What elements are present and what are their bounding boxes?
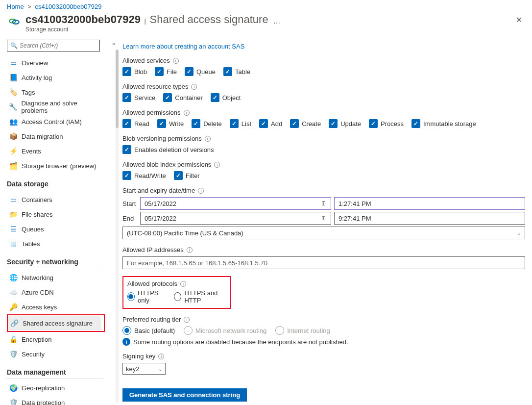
resource-icon — [7, 14, 22, 29]
info-icon[interactable]: i — [187, 247, 193, 253]
nav-access-control[interactable]: 👥Access Control (IAM) — [7, 114, 105, 129]
checkbox-checked-icon: ✓ — [122, 145, 131, 154]
info-icon[interactable]: i — [184, 317, 190, 323]
nav-file-shares[interactable]: 📁File shares — [7, 207, 105, 222]
info-icon[interactable]: i — [158, 354, 164, 359]
chk-file[interactable]: ✓File — [155, 67, 177, 76]
chk-process[interactable]: ✓Process — [369, 119, 404, 128]
info-icon[interactable]: i — [180, 281, 186, 287]
chk-table[interactable]: ✓Table — [223, 67, 250, 76]
learn-more-link[interactable]: Learn more about creating an account SAS — [122, 43, 244, 50]
protection-icon: 🛡️ — [9, 398, 18, 405]
checkbox-checked-icon: ✓ — [122, 171, 131, 180]
chk-write[interactable]: ✓Write — [157, 119, 184, 128]
chk-service[interactable]: ✓Service — [122, 93, 155, 102]
more-menu-icon[interactable]: ⋯ — [273, 19, 280, 27]
files-icon: 📁 — [9, 210, 18, 219]
chk-blob[interactable]: ✓Blob — [122, 67, 147, 76]
checkbox-checked-icon: ✓ — [329, 119, 338, 128]
signing-key-select[interactable]: key2⌄ — [122, 363, 166, 375]
start-date-input[interactable]: 05/17/2022🗓 — [140, 197, 331, 210]
breadcrumb-resource[interactable]: cs410032000beb07929 — [35, 3, 102, 10]
checkbox-checked-icon: ✓ — [163, 93, 172, 102]
table-icon: ▦ — [9, 239, 18, 248]
chk-add[interactable]: ✓Add — [259, 119, 282, 128]
radio-checked-icon — [127, 292, 135, 301]
nav-azure-cdn[interactable]: ☁️Azure CDN — [7, 285, 105, 300]
nav-encryption[interactable]: 🔒Encryption — [7, 332, 105, 347]
info-icon[interactable]: i — [173, 58, 179, 64]
breadcrumb-home[interactable]: Home — [7, 3, 24, 10]
chk-queue[interactable]: ✓Queue — [185, 67, 216, 76]
chk-delete[interactable]: ✓Delete — [192, 119, 222, 128]
nav-events[interactable]: ⚡Events — [7, 144, 105, 158]
nav-overview[interactable]: ▭Overview — [7, 55, 105, 70]
close-button[interactable]: ✕ — [513, 13, 525, 26]
nav-geo-replication[interactable]: 🌍Geo-replication — [7, 380, 105, 395]
nav-access-keys[interactable]: 🔑Access keys — [7, 300, 105, 314]
chk-filter[interactable]: ✓Filter — [174, 171, 200, 180]
checkbox-checked-icon: ✓ — [155, 67, 164, 76]
lock-icon: 🔒 — [9, 335, 18, 344]
chk-list[interactable]: ✓List — [230, 119, 251, 128]
start-label: Start — [122, 200, 140, 207]
end-time-input[interactable]: 9:27:41 PM — [334, 212, 525, 225]
section-data-storage: Data storage — [7, 180, 103, 190]
info-icon[interactable]: i — [184, 110, 190, 116]
resource-type-label: Storage account — [25, 26, 268, 33]
nav-data-protection[interactable]: 🛡️Data protection — [7, 395, 105, 405]
info-filled-icon: i — [122, 338, 130, 346]
nav-security[interactable]: 🛡️Security — [7, 347, 105, 361]
nav-networking[interactable]: 🌐Networking — [7, 270, 105, 285]
people-icon: 👥 — [9, 117, 18, 126]
section-security: Security + networking — [7, 258, 103, 268]
nav-tables[interactable]: ▦Tables — [7, 236, 105, 251]
nav-tags[interactable]: 🏷️Tags — [7, 85, 105, 100]
info-icon[interactable]: i — [205, 136, 211, 142]
chk-update[interactable]: ✓Update — [329, 119, 361, 128]
info-icon[interactable]: i — [198, 188, 204, 194]
main-content: Learn more about creating an account SAS… — [120, 38, 532, 405]
radio-disabled-icon — [184, 326, 193, 335]
info-icon[interactable]: i — [191, 84, 197, 90]
page-header: cs410032000beb07929 | Shared access sign… — [0, 11, 532, 38]
chk-create[interactable]: ✓Create — [290, 119, 321, 128]
checkbox-checked-icon: ✓ — [223, 67, 232, 76]
nav-data-migration[interactable]: 📦Data migration — [7, 129, 105, 144]
start-time-input[interactable]: 1:27:41 PM — [334, 197, 525, 210]
allowed-services-label: Allowed services — [122, 57, 170, 64]
generate-sas-button[interactable]: Generate SAS and connection string — [122, 388, 247, 402]
cloud-icon: ☁️ — [9, 288, 18, 297]
end-date-input[interactable]: 05/17/2022🗓 — [140, 212, 331, 225]
nav-shared-access-signature[interactable]: 🔗Shared access signature — [8, 316, 101, 330]
sas-icon: 🔗 — [10, 319, 19, 328]
nav-diagnose[interactable]: 🔧Diagnose and solve problems — [7, 100, 105, 114]
radio-basic[interactable]: Basic (default) — [122, 326, 175, 335]
chk-readwrite[interactable]: ✓Read/Write — [122, 171, 166, 180]
radio-unchecked-icon — [174, 292, 181, 301]
scrollbar-track[interactable] — [116, 50, 119, 403]
page-subtitle-section: Shared access signature — [150, 13, 268, 25]
nav-activity-log[interactable]: 📘Activity log — [7, 70, 105, 85]
nav-storage-browser[interactable]: 🗂️Storage browser (preview) — [7, 158, 105, 173]
chk-object[interactable]: ✓Object — [211, 93, 241, 102]
end-label: End — [122, 215, 140, 222]
search-input[interactable] — [20, 42, 97, 49]
chk-immutable[interactable]: ✓Immutable storage — [411, 119, 476, 128]
scrollbar-thumb[interactable] — [116, 50, 119, 128]
nav-containers[interactable]: ▭Containers — [7, 192, 105, 207]
sidebar-search[interactable]: 🔍 — [7, 40, 100, 51]
allowed-ip-label: Allowed IP addresses — [122, 246, 184, 253]
allowed-ip-input[interactable]: For example, 168.1.5.65 or 168.1.5.65-16… — [122, 256, 525, 269]
collapse-sidebar-icon[interactable]: « — [112, 41, 115, 405]
chk-read[interactable]: ✓Read — [122, 119, 149, 128]
radio-https-http[interactable]: HTTPS and HTTP — [174, 289, 226, 304]
chk-container[interactable]: ✓Container — [163, 93, 202, 102]
chk-delete-versions[interactable]: ✓Enables deletion of versions — [122, 145, 214, 154]
radio-https-only[interactable]: HTTPS only — [127, 289, 165, 304]
nav-queues[interactable]: ☰Queues — [7, 222, 105, 236]
datetime-label: Start and expiry date/time — [122, 187, 195, 194]
timezone-select[interactable]: (UTC-08:00) Pacific Time (US & Canada)⌄ — [122, 227, 525, 239]
checkbox-checked-icon: ✓ — [369, 119, 378, 128]
info-icon[interactable]: i — [214, 162, 220, 168]
